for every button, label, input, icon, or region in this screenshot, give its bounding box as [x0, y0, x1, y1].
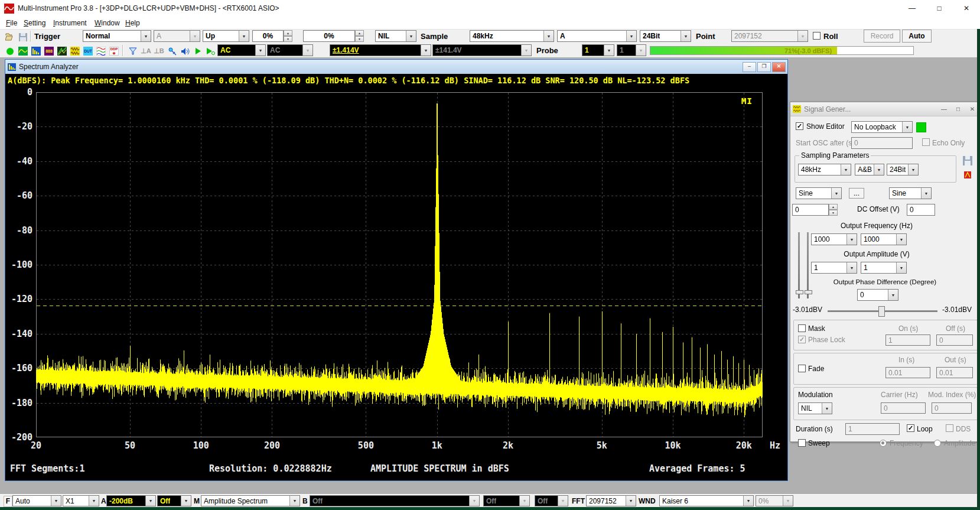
- sweep-checkbox[interactable]: [798, 439, 806, 447]
- balance-slider-handle[interactable]: [878, 306, 885, 317]
- trigger-mode-combo[interactable]: Normal▼: [83, 30, 151, 42]
- coupling-a-combo[interactable]: AC▼: [217, 44, 266, 56]
- probe-a-combo[interactable]: 1▼: [582, 44, 614, 56]
- modulation-type-combo[interactable]: NIL▼: [798, 402, 832, 414]
- multimeter-icon[interactable]: 888: [43, 45, 56, 57]
- amplitude-a-combo[interactable]: 1▼: [811, 262, 857, 274]
- mask-checkbox[interactable]: [798, 324, 806, 332]
- filter-icon[interactable]: [126, 45, 139, 57]
- marker-a-icon[interactable]: ⊥A: [139, 45, 152, 57]
- menu-instrument[interactable]: Instrument: [51, 18, 89, 28]
- siggen-bits-combo[interactable]: 24Bit▼: [887, 164, 919, 176]
- a-range-combo[interactable]: -200dB▼: [106, 495, 156, 506]
- mask-on-field[interactable]: 1: [885, 334, 930, 346]
- start-osc-field[interactable]: 0: [851, 137, 913, 149]
- sweep-frequency-radio[interactable]: [880, 440, 887, 447]
- open-icon[interactable]: [4, 31, 17, 43]
- spectrum-maximize-button[interactable]: ❐: [757, 62, 771, 72]
- b-extra-combo[interactable]: Off▼: [535, 495, 568, 506]
- range-b-combo[interactable]: ±141.4V▼: [432, 44, 532, 56]
- menu-window[interactable]: Window: [92, 18, 122, 28]
- play-loop-icon[interactable]: [204, 45, 217, 57]
- waveform-a-combo[interactable]: Sine▼: [796, 187, 842, 199]
- dc-offset-a-field[interactable]: 0: [792, 204, 829, 216]
- spectrum-3d-icon[interactable]: [56, 45, 69, 57]
- fade-checkbox[interactable]: [798, 365, 806, 372]
- fade-out-field[interactable]: 0.01: [936, 367, 973, 378]
- oscilloscope-icon[interactable]: [17, 45, 30, 57]
- frequency-a-combo[interactable]: 1000▼: [811, 233, 857, 245]
- show-editor-checkbox[interactable]: [796, 122, 803, 130]
- marker-b-icon[interactable]: ⊥B: [152, 45, 165, 57]
- carrier-field[interactable]: 0: [881, 402, 926, 414]
- sound-device-icon[interactable]: [178, 45, 191, 57]
- trigger-source-combo[interactable]: A▼: [154, 30, 200, 42]
- trigger-level-stepper[interactable]: ▲▼: [284, 30, 292, 42]
- frequency-mode-combo[interactable]: Auto▼: [12, 495, 61, 506]
- sweep-amplitude-radio[interactable]: [934, 440, 941, 447]
- a-shift-combo[interactable]: Off▼: [157, 495, 191, 506]
- waveform-more-button[interactable]: ...: [849, 188, 864, 199]
- record-button[interactable]: Record: [864, 30, 900, 43]
- range-a-combo[interactable]: ±1.414V▼: [330, 44, 431, 56]
- trigger-level-field[interactable]: 0%: [252, 30, 284, 42]
- sample-rate-combo[interactable]: 48kHz▼: [470, 30, 554, 42]
- menu-setting[interactable]: Setting: [21, 18, 48, 28]
- amplitude-b-combo[interactable]: 1▼: [861, 262, 907, 274]
- display-mode-combo[interactable]: Amplitude Spectrum▼: [201, 495, 300, 506]
- trigger-edge-combo[interactable]: Up▼: [203, 30, 249, 42]
- amplitude-b-slider-handle[interactable]: [805, 290, 812, 294]
- siggen-channels-combo[interactable]: A&B▼: [855, 164, 884, 176]
- probe-calibration-icon[interactable]: [165, 45, 178, 57]
- fade-in-field[interactable]: 0.01: [885, 367, 930, 378]
- probe-b-combo[interactable]: 1▼: [617, 44, 646, 56]
- spectrum-plot[interactable]: [36, 92, 763, 437]
- derived-data-icon[interactable]: [95, 45, 108, 57]
- mod-index-field[interactable]: 0: [932, 402, 972, 414]
- dc-offset-b-field[interactable]: 0: [907, 204, 935, 216]
- spectrum-window-titlebar[interactable]: Spectrum Analyzer – ❐ ✕: [5, 60, 787, 74]
- minimize-button[interactable]: —: [898, 0, 926, 17]
- spectrum-analyzer-icon[interactable]: [30, 45, 43, 57]
- spectrum-minimize-button[interactable]: –: [743, 62, 756, 72]
- output-on-button[interactable]: [916, 122, 926, 132]
- signal-generator-icon[interactable]: [69, 45, 82, 57]
- trigger-delay-stepper[interactable]: ▲▼: [355, 30, 364, 42]
- ddp-viewer-icon[interactable]: DDP⊕: [108, 45, 121, 57]
- siggen-rate-combo[interactable]: 48kHz▼: [798, 164, 851, 176]
- dc-offset-stepper[interactable]: ▲▼: [829, 204, 838, 216]
- close-button[interactable]: ✕: [953, 0, 980, 17]
- fft-size-combo[interactable]: 2097152▼: [586, 495, 636, 506]
- signal-generator-titlebar[interactable]: Signal Gener... — □ ✕: [790, 102, 980, 116]
- roll-checkbox[interactable]: [813, 32, 821, 40]
- mask-off-field[interactable]: 0: [936, 334, 973, 346]
- amplitude-a-slider-handle[interactable]: [796, 290, 803, 294]
- window-function-combo[interactable]: Kaiser 6▼: [659, 495, 754, 506]
- coupling-b-combo[interactable]: AC▼: [267, 44, 313, 56]
- duration-field[interactable]: 1: [845, 423, 900, 435]
- b-range-combo[interactable]: Off▼: [310, 495, 480, 506]
- dds-checkbox[interactable]: [946, 424, 953, 432]
- phase-lock-checkbox[interactable]: [798, 336, 806, 343]
- overlap-combo[interactable]: 0%▼: [756, 495, 793, 506]
- menu-help[interactable]: Help: [123, 18, 142, 28]
- device-test-plan-icon[interactable]: DUT: [82, 45, 95, 57]
- trigger-hpf-combo[interactable]: NIL▼: [375, 30, 416, 42]
- spectrum-close-button[interactable]: ✕: [772, 62, 786, 72]
- siggen-hot-icon[interactable]: [961, 168, 974, 181]
- siggen-minimize-button[interactable]: —: [937, 105, 950, 114]
- waveform-b-combo[interactable]: Sine▼: [889, 187, 932, 199]
- play-icon[interactable]: [191, 45, 204, 57]
- auto-button[interactable]: Auto: [902, 30, 932, 43]
- bit-depth-combo[interactable]: 24Bit▼: [640, 30, 691, 42]
- siggen-maximize-button[interactable]: □: [952, 105, 965, 114]
- loop-checkbox[interactable]: [907, 424, 914, 432]
- save-icon[interactable]: [17, 31, 30, 43]
- phase-combo[interactable]: 0▼: [857, 289, 898, 301]
- loopback-combo[interactable]: No Loopback▼: [851, 121, 913, 133]
- frequency-b-combo[interactable]: 1000▼: [861, 233, 907, 245]
- echo-only-checkbox[interactable]: [922, 138, 930, 146]
- amplitude-a-slider[interactable]: [798, 232, 800, 298]
- maximize-button[interactable]: □: [926, 0, 953, 17]
- channel-combo[interactable]: A▼: [557, 30, 637, 42]
